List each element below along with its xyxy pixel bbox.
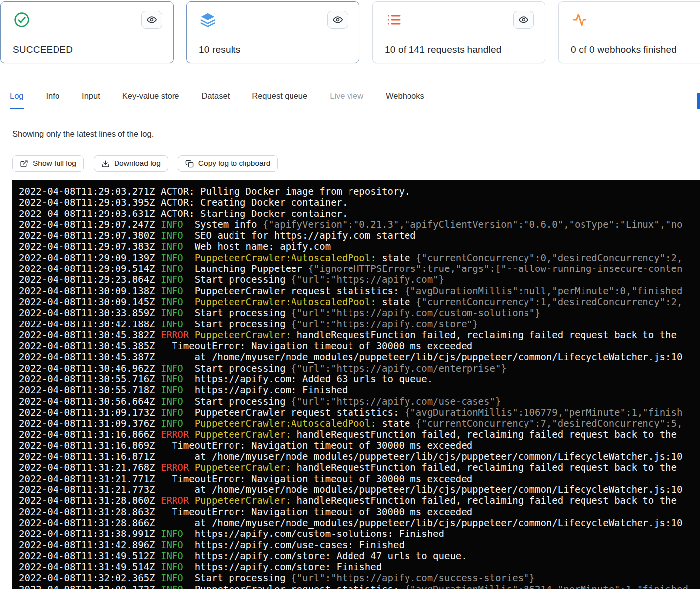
tab-request-queue[interactable]: Request queue (252, 84, 307, 109)
log-line: 2022-04-08T11:31:09.376Z INFO PuppeteerC… (19, 418, 700, 428)
log-notice-text: Showing only the latest lines of the log… (12, 129, 700, 139)
log-line: 2022-04-08T11:29:03.631Z ACTOR: Starting… (19, 208, 700, 219)
log-line: 2022-04-08T11:31:21.768Z ERROR Puppeteer… (19, 462, 700, 473)
log-line: 2022-04-08T11:30:56.664Z INFO Start proc… (19, 396, 700, 407)
external-link-icon (20, 160, 28, 168)
results-count-label: 10 results (199, 44, 348, 55)
log-line: 2022-04-08T11:31:21.773Z at /home/myuser… (19, 484, 700, 495)
tab-info[interactable]: Info (46, 84, 60, 109)
log-line: 2022-04-08T11:31:49.512Z INFO https://ap… (19, 550, 700, 561)
tab-log[interactable]: Log (10, 84, 24, 109)
copy-icon (185, 160, 194, 168)
status-eye-button[interactable] (141, 11, 162, 29)
copy-log-button[interactable]: Copy log to clipboard (178, 155, 278, 172)
log-line: 2022-04-08T11:30:46.962Z INFO Start proc… (19, 363, 700, 374)
log-line: 2022-04-08T11:31:38.991Z INFO https://ap… (19, 528, 700, 539)
download-log-button[interactable]: Download log (94, 155, 168, 172)
log-line: 2022-04-08T11:30:33.859Z INFO Start proc… (19, 307, 700, 318)
tab-bar-right-accent (697, 93, 700, 109)
log-line: 2022-04-08T11:29:07.383Z INFO Web host n… (19, 241, 700, 252)
tab-webhooks[interactable]: Webhooks (386, 84, 424, 109)
log-line: 2022-04-08T11:29:07.247Z INFO System inf… (19, 219, 700, 230)
run-status-cards: SUCCEEDED 10 results 10 of 141 requests … (0, 0, 700, 63)
log-line: 2022-04-08T11:30:09.145Z INFO PuppeteerC… (19, 296, 700, 307)
log-line: 2022-04-08T11:30:42.188Z INFO Start proc… (19, 319, 700, 329)
show-full-log-button[interactable]: Show full log (12, 155, 84, 172)
log-line: 2022-04-08T11:30:45.387Z at /home/myuser… (19, 351, 700, 362)
list-icon (385, 11, 403, 29)
requests-progress-label: 10 of 141 requests handled (385, 44, 534, 55)
requests-eye-button[interactable] (513, 11, 534, 29)
log-line: 2022-04-08T11:29:23.864Z INFO Start proc… (19, 274, 700, 285)
log-line: 2022-04-08T11:31:16.871Z at /home/myuser… (19, 451, 700, 462)
layers-icon (199, 11, 217, 29)
tab-dataset[interactable]: Dataset (201, 84, 230, 109)
log-line: 2022-04-08T11:31:28.866Z at /home/myuser… (19, 517, 700, 528)
log-line: 2022-04-08T11:29:03.395Z ACTOR: Creating… (19, 197, 700, 208)
log-line: 2022-04-08T11:30:45.382Z ERROR Puppeteer… (19, 329, 700, 340)
download-log-label: Download log (114, 159, 161, 168)
log-line: 2022-04-08T11:30:09.138Z INFO PuppeteerC… (19, 285, 700, 296)
log-line: 2022-04-08T11:29:07.380Z INFO SEO audit … (19, 230, 700, 241)
log-line: 2022-04-08T11:30:55.718Z INFO https://ap… (19, 384, 700, 395)
check-circle-icon (13, 11, 31, 29)
copy-log-label: Copy log to clipboard (198, 159, 271, 168)
run-detail-tabs: Log Info Input Key-value store Dataset R… (0, 84, 700, 109)
log-line: 2022-04-08T11:29:03.271Z ACTOR: Pulling … (19, 186, 700, 197)
eye-icon (147, 15, 157, 25)
log-line: 2022-04-08T11:31:28.863Z TimeoutError: N… (19, 506, 700, 517)
log-line: 2022-04-08T11:30:45.385Z TimeoutError: N… (19, 340, 700, 351)
log-line: 2022-04-08T11:31:49.514Z INFO https://ap… (19, 561, 700, 572)
log-line: 2022-04-08T11:31:09.173Z INFO PuppeteerC… (19, 407, 700, 418)
log-output[interactable]: 2022-04-08T11:29:03.271Z ACTOR: Pulling … (12, 180, 700, 589)
results-card[interactable]: 10 results (186, 1, 359, 63)
log-line: 2022-04-08T11:32:02.365Z INFO Start proc… (19, 572, 700, 583)
log-line: 2022-04-08T11:31:42.896Z INFO https://ap… (19, 539, 700, 550)
status-card-succeeded[interactable]: SUCCEEDED (0, 1, 174, 63)
log-line: 2022-04-08T11:31:21.771Z TimeoutError: N… (19, 473, 700, 484)
log-line: 2022-04-08T11:29:09.514Z INFO Launching … (19, 263, 700, 274)
log-action-buttons: Show full log Download log Copy log to c… (12, 155, 700, 172)
requests-card[interactable]: 10 of 141 requests handled (372, 1, 545, 63)
tab-input[interactable]: Input (82, 84, 100, 109)
log-line: 2022-04-08T11:31:16.866Z ERROR Puppeteer… (19, 429, 700, 440)
results-eye-button[interactable] (327, 11, 348, 29)
eye-icon (519, 15, 528, 25)
eye-icon (333, 15, 343, 25)
webhooks-progress-label: 0 of 0 webhooks finished (571, 44, 700, 55)
webhooks-card[interactable]: 0 of 0 webhooks finished (558, 1, 700, 63)
log-line: 2022-04-08T11:32:09.172Z INFO PuppeteerC… (19, 584, 700, 589)
log-line: 2022-04-08T11:29:09.139Z INFO PuppeteerC… (19, 252, 700, 263)
tab-key-value-store[interactable]: Key-value store (122, 84, 179, 109)
show-full-log-label: Show full log (33, 159, 76, 168)
tab-live-view: Live view (330, 84, 363, 109)
download-icon (101, 160, 110, 168)
log-line: 2022-04-08T11:31:16.869Z TimeoutError: N… (19, 440, 700, 451)
activity-icon (571, 11, 588, 29)
log-line: 2022-04-08T11:30:55.716Z INFO https://ap… (19, 374, 700, 384)
run-status-label: SUCCEEDED (13, 44, 162, 55)
log-line: 2022-04-08T11:31:28.860Z ERROR Puppeteer… (19, 495, 700, 506)
